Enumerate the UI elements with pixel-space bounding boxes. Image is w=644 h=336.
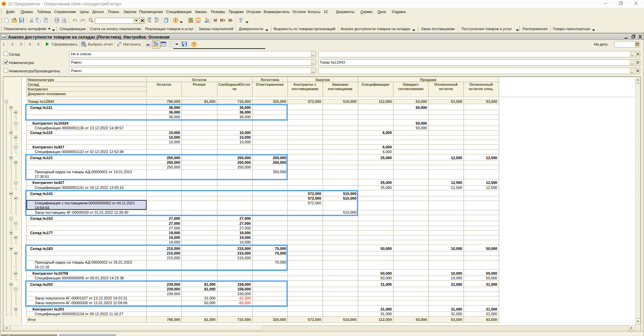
svg-text:31: 31	[197, 19, 200, 23]
svg-text:1С: 1С	[2, 2, 6, 5]
svg-text:?: ?	[193, 42, 195, 47]
